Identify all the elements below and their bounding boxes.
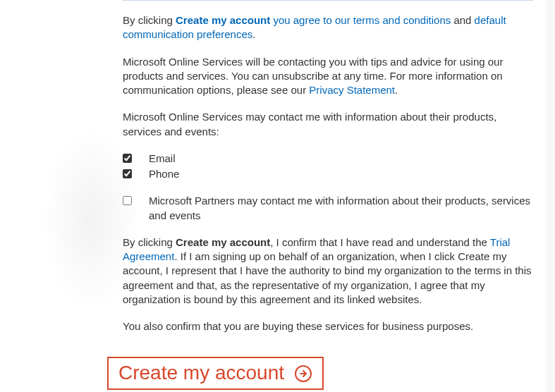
contact-intro: Microsoft Online Services may contact me… [123,110,533,139]
create-account-button-highlight: Create my account [107,357,324,390]
option-row-phone: Phone [123,167,533,181]
label-email: Email [149,152,176,166]
form-consent-section: By clicking Create my account you agree … [123,0,533,346]
privacy-statement-link[interactable]: Privacy Statement [309,84,395,96]
create-account-button[interactable]: Create my account [118,362,312,384]
trial-prefix: By clicking [123,236,176,248]
terms-period: . [252,28,255,40]
label-phone: Phone [149,167,179,181]
terms-prefix: By clicking [123,14,176,26]
option-row-email: Email [123,152,533,166]
contact-options: Email Phone [123,152,533,182]
trial-bold: Create my account [176,236,270,248]
trial-mid: , I confirm that I have read and underst… [270,236,490,248]
create-account-button-label: Create my account [118,362,284,384]
trial-rest: . If I am signing up on behalf of an org… [123,250,532,305]
privacy-paragraph: Microsoft Online Services will be contac… [123,55,533,98]
terms-line: By clicking Create my account you agree … [123,13,533,42]
label-partners: Microsoft Partners may contact me with i… [149,194,533,223]
terms-and: and [451,14,474,26]
arrow-right-circle-icon [294,365,312,383]
privacy-text-b: . [395,84,398,96]
top-rule [123,0,533,1]
trial-agreement-paragraph: By clicking Create my account, I confirm… [123,235,533,307]
checkbox-phone[interactable] [123,169,132,178]
checkbox-email[interactable] [123,154,132,163]
partners-paragraph: Microsoft Partners may contact me with i… [123,194,533,223]
business-purposes-paragraph: You also confirm that you are buying the… [123,319,533,333]
checkbox-partners[interactable] [123,196,132,205]
create-account-link-bold[interactable]: Create my account [176,14,270,26]
terms-and-conditions-link[interactable]: you agree to our terms and conditions [270,14,451,26]
